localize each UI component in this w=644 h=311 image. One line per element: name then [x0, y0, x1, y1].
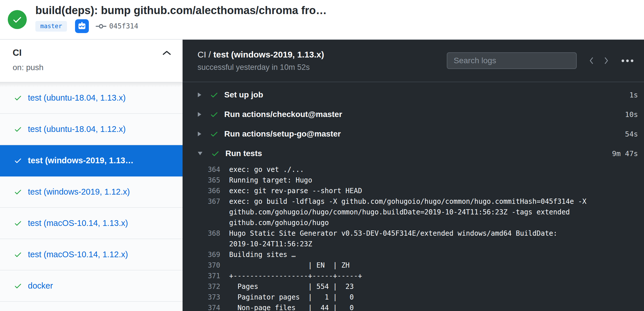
commit-sha: 045f314 [109, 22, 138, 30]
check-icon [14, 94, 22, 102]
dependabot-icon[interactable] [75, 19, 89, 33]
job-label: test (ubuntu-18.04, 1.13.x) [28, 93, 126, 103]
log-line-number[interactable]: 370 [183, 260, 220, 271]
check-icon [14, 188, 22, 196]
log-line-number[interactable]: 374 [183, 303, 220, 311]
log-line-number[interactable]: 373 [183, 292, 220, 303]
log-step-row[interactable]: Run actions/checkout@master 10s [183, 105, 644, 124]
commit-link[interactable]: 045f314 [96, 22, 138, 30]
log-step-row[interactable]: Run actions/setup-go@master 54s [183, 124, 644, 144]
step-list: Set up job 1s Run actions/checkout@maste… [183, 82, 644, 163]
check-icon [12, 14, 22, 25]
sidebar-job-item[interactable]: test (macOS-10.14, 1.13.x) [0, 208, 183, 239]
log-line: 368 Hugo Static Site Generator v0.53-DEV… [183, 228, 644, 249]
log-line: 365 Running target: Hugo [183, 175, 644, 186]
step-name: Run tests [225, 149, 262, 158]
log-line: 367 exec: go build -ldflags -X github.co… [183, 196, 644, 228]
log-step-row[interactable]: Run tests 9m 47s [183, 144, 644, 163]
job-label: test (macOS-10.14, 1.13.x) [28, 218, 128, 228]
breadcrumb-prefix: CI / [198, 50, 213, 59]
check-icon [14, 282, 22, 290]
log-line-text: Paginator pages | 1 | 0 [229, 292, 354, 303]
step-duration: 54s [625, 130, 638, 138]
check-icon [210, 110, 218, 119]
job-label: test (windows-2019, 1.13… [28, 156, 133, 165]
kebab-menu-button[interactable] [621, 58, 634, 64]
step-name: Run actions/setup-go@master [224, 129, 341, 139]
step-duration: 10s [625, 110, 638, 119]
job-status-line: successful yesterday in 10m 52s [198, 63, 324, 72]
job-list: test (ubuntu-18.04, 1.13.x) test (ubuntu… [0, 82, 183, 311]
log-line-text: Building sites … [229, 249, 296, 260]
workflow-name: CI [13, 48, 22, 58]
log-line: 374 Non-page files | 44 | 0 [183, 303, 644, 311]
workflow-header: CI on: push [0, 40, 183, 72]
log-line-text: exec: git rev-parse --short HEAD [229, 186, 362, 196]
log-line-number[interactable]: 365 [183, 175, 220, 186]
check-icon [14, 125, 22, 133]
workflow-sidebar: CI on: push test (ubuntu-18.04, 1.13.x) … [0, 40, 183, 311]
step-name: Set up job [224, 90, 263, 99]
log-line-number[interactable]: 371 [183, 271, 220, 281]
log-line-number[interactable]: 369 [183, 249, 220, 260]
job-name: test (windows-2019, 1.13.x) [213, 50, 324, 59]
step-duration: 9m 47s [612, 149, 638, 158]
job-log-header: CI / test (windows-2019, 1.13.x) success… [183, 40, 644, 82]
branch-badge[interactable]: master [35, 21, 67, 32]
check-icon [14, 219, 22, 227]
check-icon [14, 250, 22, 259]
log-line-text: Pages | 554 | 23 [229, 281, 354, 292]
log-line-text: Hugo Static Site Generator v0.53-DEV-045… [229, 228, 557, 249]
sidebar-job-item[interactable]: test (ubuntu-18.04, 1.13.x) [0, 82, 183, 114]
disclosure-triangle-icon [198, 112, 201, 117]
log-line-text: | EN | ZH [229, 260, 350, 271]
job-label: test (macOS-10.14, 1.12.x) [28, 250, 128, 259]
job-label: test (ubuntu-18.04, 1.12.x) [28, 124, 126, 134]
git-commit-icon [96, 23, 106, 30]
log-line-number[interactable]: 366 [183, 186, 220, 196]
log-line: 364 exec: go vet ./... [183, 164, 644, 175]
log-line: 369 Building sites … [183, 249, 644, 260]
check-run-header: build(deps): bump github.com/alecthomas/… [0, 0, 644, 40]
log-line-number[interactable]: 367 [183, 196, 220, 207]
sidebar-job-item[interactable]: test (windows-2019, 1.12.x) [0, 176, 183, 208]
log-line-text: +------------------+-----+-----+ [229, 271, 362, 281]
log-line-number[interactable]: 368 [183, 228, 220, 239]
log-line: 371 +------------------+-----+-----+ [183, 271, 644, 281]
log-line: 370 | EN | ZH [183, 260, 644, 271]
chevron-up-icon[interactable] [162, 50, 171, 55]
workflow-trigger: on: push [13, 63, 171, 72]
disclosure-triangle-icon [198, 152, 202, 155]
sidebar-job-item[interactable]: docker [0, 270, 183, 302]
log-line-number[interactable]: 372 [183, 281, 220, 292]
sidebar-job-item[interactable]: test (macOS-10.14, 1.12.x) [0, 239, 183, 270]
log-line: 373 Paginator pages | 1 | 0 [183, 292, 644, 303]
check-icon [211, 149, 220, 158]
next-match-button[interactable] [603, 56, 610, 65]
chevron-left-icon [588, 56, 595, 65]
disclosure-triangle-icon [198, 93, 201, 97]
log-output: 364 exec: go vet ./... 365 Running targe… [183, 164, 644, 311]
log-line-text: exec: go vet ./... [229, 164, 304, 175]
page-title: build(deps): bump github.com/alecthomas/… [35, 4, 327, 17]
log-line-text: Running target: Hugo [229, 175, 312, 186]
search-logs-input[interactable] [447, 52, 577, 69]
check-icon [14, 156, 22, 165]
log-line: 366 exec: git rev-parse --short HEAD [183, 186, 644, 196]
log-line: 372 Pages | 554 | 23 [183, 281, 644, 292]
log-line-text: Non-page files | 44 | 0 [229, 303, 354, 311]
chevron-right-icon [603, 56, 610, 65]
sidebar-job-item[interactable]: test (ubuntu-18.04, 1.12.x) [0, 114, 183, 145]
step-name: Run actions/checkout@master [224, 110, 342, 119]
success-status-icon [8, 10, 27, 29]
prev-match-button[interactable] [588, 56, 595, 65]
log-line-number[interactable]: 364 [183, 164, 220, 175]
sidebar-job-item[interactable]: test (windows-2019, 1.13… [0, 145, 183, 176]
disclosure-triangle-icon [198, 132, 201, 136]
job-label: docker [28, 281, 53, 291]
check-icon [210, 91, 218, 99]
job-log-panel: CI / test (windows-2019, 1.13.x) success… [183, 40, 644, 311]
log-controls [447, 52, 634, 69]
log-step-row[interactable]: Set up job 1s [183, 85, 644, 105]
job-breadcrumb: CI / test (windows-2019, 1.13.x) [198, 49, 324, 60]
